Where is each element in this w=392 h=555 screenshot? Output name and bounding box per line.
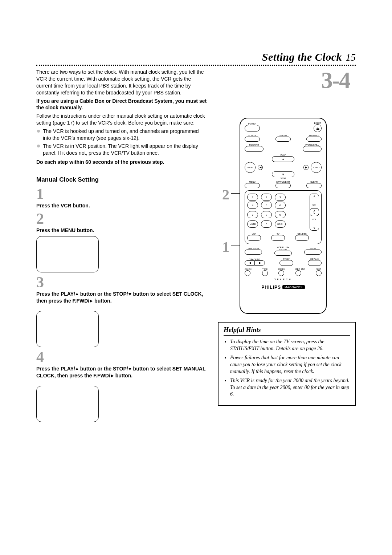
callout-number: 1 — [222, 238, 229, 255]
step-number: 4 — [36, 349, 207, 365]
svg-marker-4 — [128, 368, 131, 370]
statusexit-button[interactable] — [275, 183, 291, 188]
index-button[interactable] — [278, 270, 284, 276]
index-label: INDEX — [278, 268, 285, 270]
step-text: Press the PLAY/ button or the STOP/ butt… — [36, 291, 207, 304]
svg-marker-2 — [90, 300, 93, 303]
recotr-button[interactable] — [245, 146, 264, 152]
eject-icon: ⏏ — [316, 126, 319, 130]
intro-timing-bold: Do each step within 60 seconds of the pr… — [36, 159, 207, 166]
keypad: 1 2 3 ∧CH.∨ 4 5 6 — [245, 190, 322, 244]
callout-number: 2 — [222, 186, 229, 203]
tv-button[interactable] — [271, 235, 285, 241]
cblbox-button[interactable] — [295, 235, 309, 241]
hints-item: Power failures that last for more than o… — [230, 355, 350, 375]
up-triangle-icon: ▲ — [282, 158, 285, 161]
page-number: 15 — [346, 52, 356, 63]
brand-tag: MAGNAVOX — [282, 285, 305, 289]
vcrplus-button[interactable] — [274, 251, 292, 256]
statusexit-label: STATUS/EXIT — [275, 181, 291, 183]
tv-screen-placeholder — [36, 311, 99, 347]
brand-logo: PHILIPS — [261, 285, 281, 290]
slow-button[interactable] — [304, 250, 322, 255]
intro-instructions: Follow the instructions under either man… — [36, 113, 207, 126]
skip-label: SKIP — [316, 268, 322, 270]
pausestill-button[interactable] — [303, 146, 322, 152]
recend-label: REC END — [295, 268, 305, 270]
x2play-button[interactable] — [308, 260, 322, 266]
ffwd-label: F.FWD — [313, 166, 319, 169]
hints-title: Helpful Hints — [224, 326, 350, 336]
hints-item: This VCR is ready for the year 2000 and … — [230, 377, 350, 398]
stop-button[interactable]: ▼ — [272, 171, 294, 177]
fadv-button[interactable] — [279, 260, 293, 266]
page-step-range: 3-4 — [218, 71, 350, 89]
right-triangle-icon: ▶ — [259, 262, 261, 264]
volume-rocker[interactable]: ∧VOL∨ — [310, 208, 319, 231]
digit-button[interactable]: 5 — [261, 202, 272, 209]
svg-marker-0 — [75, 293, 78, 295]
rew-button[interactable]: REW — [245, 162, 256, 173]
digit-button[interactable]: 8 — [261, 211, 272, 218]
right-triangle-icon — [89, 299, 93, 303]
down-triangle-icon — [128, 367, 132, 371]
step-number: 1 — [36, 186, 207, 202]
tv-screen-placeholder — [36, 236, 99, 272]
intro-paragraph: There are two ways to set the clock. Wit… — [36, 69, 207, 96]
eject-button[interactable]: ⏏ — [314, 124, 322, 132]
tracking-down-button[interactable]: ◀ — [245, 260, 255, 266]
up-triangle-icon — [75, 367, 79, 371]
left-triangle-icon: ◀ — [260, 166, 261, 169]
stop-label: STOP — [272, 177, 294, 179]
cblbox-label: CBL/DBS — [295, 233, 309, 235]
down-triangle-icon — [128, 292, 132, 296]
tv-screen-placeholder — [36, 386, 99, 422]
up-triangle-icon — [75, 292, 79, 296]
pausestill-label: PAUSE/STILL — [303, 144, 322, 146]
ffwd-button[interactable]: F.FWD — [311, 162, 322, 173]
step-number: 3 — [36, 275, 207, 290]
varslow-button[interactable] — [245, 250, 262, 255]
memory-button[interactable] — [306, 137, 322, 142]
recend-button[interactable] — [295, 270, 301, 276]
left-button[interactable]: ◀ — [258, 165, 263, 170]
digit-button[interactable]: 9 — [275, 211, 286, 218]
tracking-up-button[interactable]: ▶ — [255, 260, 265, 266]
helpful-hints-box: Helpful Hints To display the time on the… — [218, 322, 356, 406]
clear-button[interactable] — [306, 183, 322, 188]
hints-list: To display the time on the TV screen, pr… — [224, 339, 350, 398]
digit-button[interactable]: 4 — [247, 202, 258, 209]
intro-block: There are two ways to set the clock. Wit… — [36, 69, 207, 166]
digit-button[interactable]: 0 — [261, 220, 272, 228]
step-text: Press the PLAY/ button or the STOP/ butt… — [36, 365, 207, 379]
mute-button[interactable]: MUTE — [247, 220, 258, 228]
remote-body: POWER EJECT ⏏ VCR/TV SPEED MEMORY — [240, 118, 327, 314]
right-button[interactable]: ▶ — [303, 165, 309, 170]
quick-button[interactable] — [245, 270, 250, 276]
quick-label: QUICK — [245, 268, 252, 270]
play-button[interactable]: ▲ — [272, 156, 294, 162]
digit-button[interactable]: 3 — [275, 194, 286, 201]
speed-button[interactable] — [275, 137, 291, 142]
time-button[interactable] — [262, 270, 268, 276]
time-label: TIME — [262, 268, 268, 270]
altch-button[interactable]: ALT.CH — [275, 220, 286, 228]
intro-warning-bold: If you are using a Cable Box or Direct B… — [36, 98, 207, 112]
digit-button[interactable]: 6 — [275, 202, 286, 209]
hints-item: To display the time on the TV screen, pr… — [230, 339, 350, 352]
vcrtv-button[interactable] — [245, 137, 260, 142]
skip-button[interactable] — [316, 270, 322, 276]
digit-button[interactable]: 1 — [247, 194, 258, 201]
vcr-button[interactable] — [247, 235, 261, 241]
section-title: Setting the Clock — [262, 51, 342, 63]
digit-button[interactable]: 2 — [261, 194, 272, 201]
right-triangle-icon: ▶ — [305, 166, 307, 169]
svg-marker-5 — [111, 374, 114, 377]
menu-button[interactable] — [245, 183, 260, 188]
digit-button[interactable]: 7 — [247, 211, 258, 218]
svg-marker-1 — [128, 293, 131, 296]
prereq-item: The VCR is in VCR position. The VCR ligh… — [36, 143, 207, 157]
down-triangle-icon: ▼ — [282, 173, 285, 176]
power-button[interactable] — [245, 125, 260, 131]
prereq-item: The VCR is hooked up and turned on, and … — [36, 128, 207, 142]
